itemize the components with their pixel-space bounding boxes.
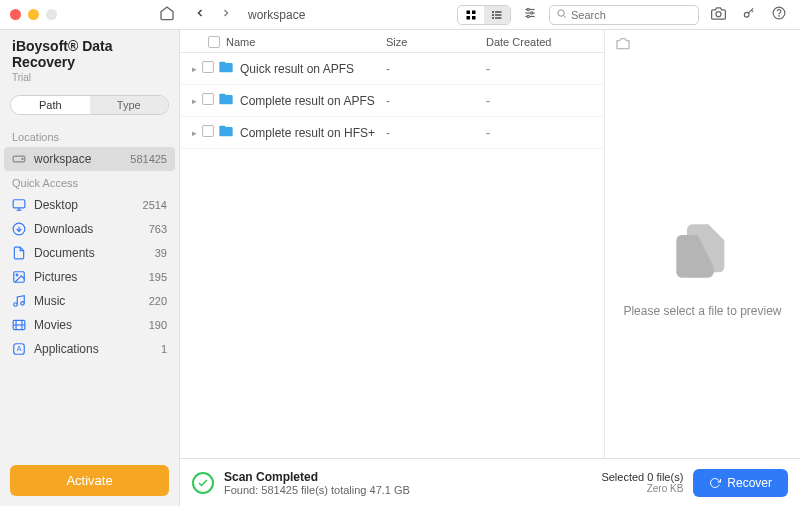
download-icon [12, 222, 26, 236]
column-date[interactable]: Date Created [486, 36, 596, 48]
picture-icon [12, 270, 26, 284]
preview-panel: Please select a file to preview [605, 30, 800, 458]
sidebar-item-label: Pictures [34, 270, 141, 284]
sidebar-item-desktop[interactable]: Desktop 2514 [0, 193, 179, 217]
row-checkbox[interactable] [200, 125, 216, 140]
window-minimize-button[interactable] [28, 9, 39, 20]
sidebar-item-movies[interactable]: Movies 190 [0, 313, 179, 337]
preview-toolbar-icon[interactable] [615, 41, 631, 55]
svg-rect-0 [467, 10, 471, 14]
list-view-button[interactable] [484, 6, 510, 24]
row-name: Quick result on APFS [240, 62, 386, 76]
nav-back-button[interactable] [190, 5, 210, 24]
svg-point-8 [493, 14, 494, 15]
row-checkbox[interactable] [200, 93, 216, 108]
column-size[interactable]: Size [386, 36, 486, 48]
disk-icon [12, 152, 26, 166]
sidebar-item-count: 39 [155, 247, 167, 259]
row-date: - [486, 94, 596, 108]
expand-toggle[interactable]: ▸ [188, 64, 200, 74]
row-date: - [486, 62, 596, 76]
table-row[interactable]: ▸ Quick result on APFS - - [180, 53, 604, 85]
search-input[interactable] [571, 9, 692, 21]
svg-text:A: A [17, 345, 22, 352]
sidebar-item-documents[interactable]: Documents 39 [0, 241, 179, 265]
selected-size: Zero KB [601, 483, 683, 494]
svg-rect-1 [472, 10, 476, 14]
status-bar: Scan Completed Found: 581425 file(s) tot… [180, 458, 800, 506]
svg-rect-26 [13, 200, 25, 208]
sidebar-item-count: 190 [149, 319, 167, 331]
sidebar-item-label: Downloads [34, 222, 141, 236]
home-icon[interactable] [159, 5, 175, 24]
window-maximize-button[interactable] [46, 9, 57, 20]
view-mode-segment [457, 5, 511, 25]
table-row[interactable]: ▸ Complete result on HFS+ - - [180, 117, 604, 149]
recover-label: Recover [727, 476, 772, 490]
key-icon[interactable] [738, 4, 760, 25]
status-subtitle: Found: 581425 file(s) totaling 47.1 GB [224, 484, 591, 496]
svg-point-32 [16, 274, 18, 276]
svg-point-7 [493, 11, 494, 12]
app-title: iBoysoft® Data Recovery [0, 30, 179, 72]
sidebar-item-count: 1 [161, 343, 167, 355]
sidebar-tabs: Path Type [10, 95, 169, 115]
app-icon: A [12, 342, 26, 356]
sidebar-item-music[interactable]: Music 220 [0, 289, 179, 313]
sidebar-item-count: 220 [149, 295, 167, 307]
refresh-icon [709, 477, 721, 489]
table-row[interactable]: ▸ Complete result on APFS - - [180, 85, 604, 117]
help-icon[interactable] [768, 4, 790, 25]
grid-view-button[interactable] [458, 6, 484, 24]
sidebar-item-workspace[interactable]: workspace 581425 [4, 147, 175, 171]
locations-header: Locations [0, 125, 179, 147]
sidebar: iBoysoft® Data Recovery Trial Path Type … [0, 30, 180, 506]
expand-toggle[interactable]: ▸ [188, 128, 200, 138]
expand-toggle[interactable]: ▸ [188, 96, 200, 106]
svg-point-33 [14, 303, 18, 307]
svg-rect-3 [472, 16, 476, 20]
svg-point-14 [531, 12, 533, 14]
file-list: Name Size Date Created ▸ Quick result on… [180, 30, 605, 458]
row-size: - [386, 94, 486, 108]
camera-icon[interactable] [707, 4, 730, 26]
sidebar-item-count: 763 [149, 223, 167, 235]
license-status: Trial [0, 72, 179, 91]
svg-point-19 [744, 12, 749, 17]
sidebar-item-label: Applications [34, 342, 153, 356]
column-name[interactable]: Name [226, 36, 255, 48]
activate-button[interactable]: Activate [10, 465, 169, 496]
row-date: - [486, 126, 596, 140]
window-close-button[interactable] [10, 9, 21, 20]
svg-point-25 [22, 158, 23, 159]
sidebar-item-count: 195 [149, 271, 167, 283]
row-checkbox[interactable] [200, 61, 216, 76]
sidebar-item-count: 2514 [143, 199, 167, 211]
select-all-checkbox[interactable] [208, 36, 220, 48]
row-size: - [386, 62, 486, 76]
svg-point-9 [493, 17, 494, 18]
filter-icon[interactable] [519, 4, 541, 25]
breadcrumb: workspace [248, 8, 305, 22]
sidebar-item-label: Desktop [34, 198, 135, 212]
row-name: Complete result on HFS+ [240, 126, 386, 140]
nav-forward-button[interactable] [216, 5, 236, 24]
row-size: - [386, 126, 486, 140]
sidebar-item-label: Documents [34, 246, 147, 260]
selected-count: Selected 0 file(s) [601, 471, 683, 483]
sidebar-item-label: Movies [34, 318, 141, 332]
folder-icon [218, 59, 234, 78]
document-icon [12, 246, 26, 260]
recover-button[interactable]: Recover [693, 469, 788, 497]
tab-path[interactable]: Path [11, 96, 90, 114]
search-icon [556, 8, 567, 22]
preview-message: Please select a file to preview [623, 304, 781, 318]
tab-type[interactable]: Type [90, 96, 169, 114]
sidebar-item-pictures[interactable]: Pictures 195 [0, 265, 179, 289]
folder-icon [218, 123, 234, 142]
sidebar-item-downloads[interactable]: Downloads 763 [0, 217, 179, 241]
row-name: Complete result on APFS [240, 94, 386, 108]
status-title: Scan Completed [224, 470, 591, 484]
file-list-header: Name Size Date Created [180, 30, 604, 53]
sidebar-item-applications[interactable]: A Applications 1 [0, 337, 179, 361]
